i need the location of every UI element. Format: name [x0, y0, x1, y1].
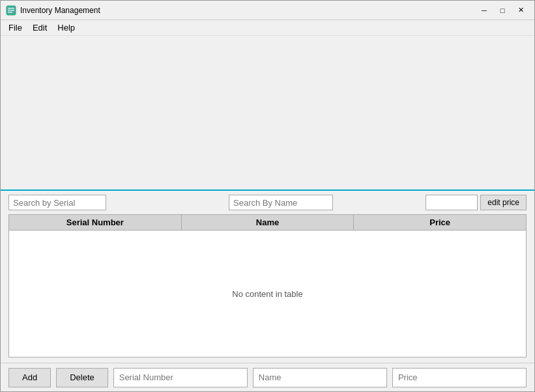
app-icon — [6, 5, 16, 16]
menu-file[interactable]: File — [3, 21, 27, 34]
close-button[interactable]: ✕ — [512, 4, 529, 17]
search-bar: edit price — [1, 189, 534, 214]
minimize-button[interactable]: ─ — [476, 4, 493, 17]
search-name-input[interactable] — [229, 195, 333, 210]
column-price: Price — [354, 215, 526, 230]
price-field[interactable] — [392, 368, 527, 387]
add-button[interactable]: Add — [8, 368, 51, 387]
window-title: Inventory Management — [20, 6, 476, 15]
column-serial-number: Serial Number — [9, 215, 182, 230]
delete-button[interactable]: Delete — [56, 368, 108, 387]
inventory-table: Serial Number Name Price No content in t… — [8, 214, 527, 357]
edit-price-button[interactable]: edit price — [480, 195, 527, 210]
svg-rect-1 — [8, 8, 14, 9]
menu-bar: File Edit Help — [1, 20, 534, 36]
menu-help[interactable]: Help — [52, 21, 80, 34]
main-window: Inventory Management ─ □ ✕ File Edit Hel… — [0, 0, 535, 392]
name-field[interactable] — [253, 368, 387, 387]
search-serial-input[interactable] — [8, 195, 106, 210]
table-body: No content in table — [9, 231, 526, 357]
empty-table-message: No content in table — [232, 289, 302, 299]
price-edit-input[interactable] — [426, 195, 478, 210]
svg-rect-3 — [8, 12, 12, 13]
menu-edit[interactable]: Edit — [27, 21, 52, 34]
bottom-bar: Add Delete — [1, 363, 534, 391]
top-area — [1, 36, 534, 189]
window-controls: ─ □ ✕ — [476, 4, 529, 17]
price-edit-area: edit price — [426, 195, 527, 210]
main-content: edit price Serial Number Name Price No c… — [1, 36, 534, 391]
svg-rect-2 — [8, 10, 14, 11]
title-bar: Inventory Management ─ □ ✕ — [1, 1, 534, 20]
column-name: Name — [182, 215, 354, 230]
maximize-button[interactable]: □ — [494, 4, 511, 17]
serial-number-field[interactable] — [113, 368, 248, 387]
table-header: Serial Number Name Price — [9, 215, 526, 231]
